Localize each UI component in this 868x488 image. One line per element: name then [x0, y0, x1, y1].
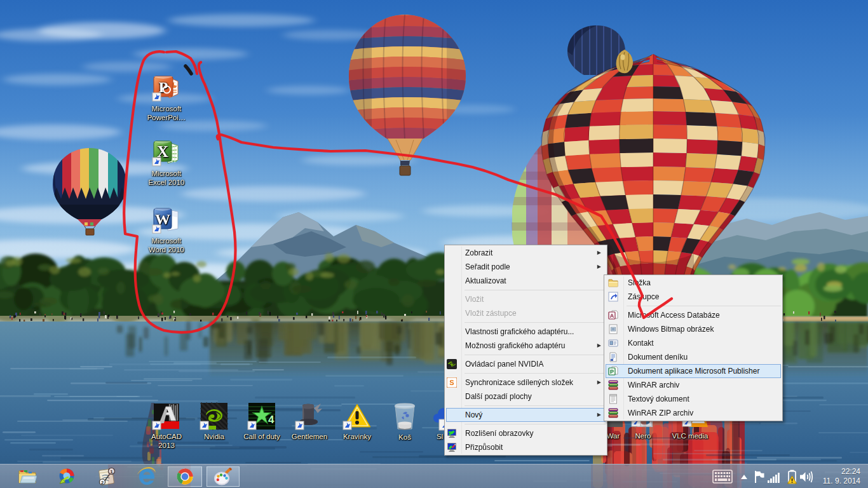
svg-text:A: A — [610, 313, 614, 319]
svg-text:2: 2 — [101, 480, 104, 485]
svg-text:4: 4 — [268, 414, 275, 426]
svg-text:S: S — [449, 379, 454, 386]
svg-text:P: P — [610, 369, 614, 375]
